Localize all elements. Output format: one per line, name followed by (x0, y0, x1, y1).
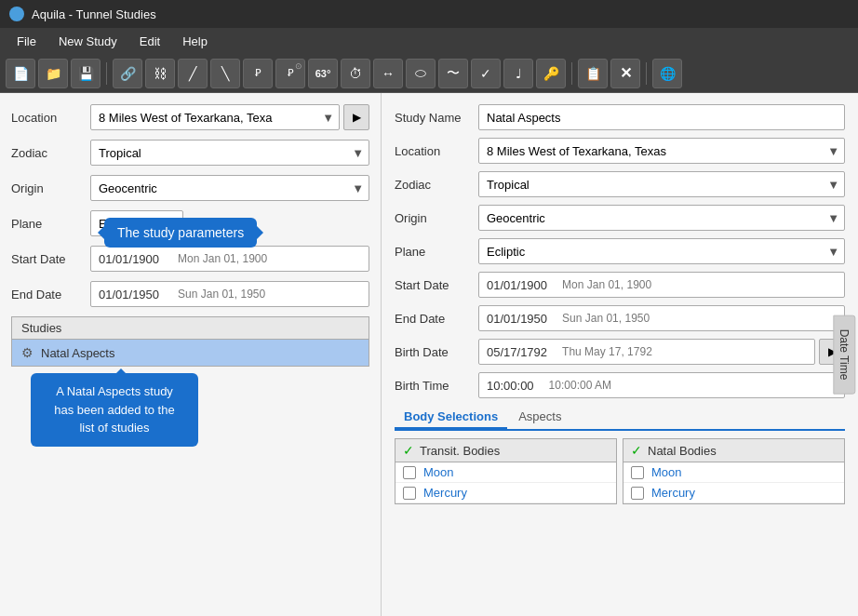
toolbar-degrees[interactable]: 63° (308, 59, 338, 88)
toolbar: 📄 📁 💾 🔗 ⛓ ╱ ╲ Ꝑ Ꝑ⊙ 63° ⏱ ↔ ⬭ 〜 ✓ ♩ 🔑 📋 ✕… (0, 54, 858, 93)
right-origin-select[interactable]: Geocentric (478, 205, 845, 231)
toolbar-draw2[interactable]: ╲ (210, 59, 240, 88)
left-startdate-display: Mon Jan 01, 1900 (178, 252, 267, 265)
toolbar-save[interactable]: 💾 (71, 59, 101, 88)
title-bar: Aquila - Tunnel Studies (0, 0, 858, 28)
left-enddate-label: End Date (11, 288, 90, 301)
right-origin-label: Origin (395, 211, 478, 225)
tab-aspects[interactable]: Aspects (509, 406, 570, 429)
right-plane-label: Plane (395, 245, 478, 259)
toolbar-link1[interactable]: 🔗 (113, 59, 142, 88)
toolbar-symbol2[interactable]: Ꝑ⊙ (275, 59, 305, 88)
date-time-side-tab[interactable]: Date Time (834, 315, 856, 395)
natal-mercury-checkbox[interactable] (631, 487, 644, 500)
right-birthdate-display: Thu May 17, 1792 (562, 345, 652, 358)
toolbar-new-doc[interactable]: 📄 (6, 59, 35, 88)
toolbar-open[interactable]: 📁 (38, 59, 68, 88)
natal-moon-name: Moon (651, 465, 682, 479)
studies-header: Studies (12, 317, 369, 340)
left-startdate-row: Start Date 01/01/1900 Mon Jan 01, 1900 (11, 246, 369, 272)
left-location-row: Location 8 Miles West of Texarkana, Texa… (11, 104, 369, 130)
right-birthtime-row: Birth Time 10:00:00 10:00:00 AM (395, 372, 845, 398)
toolbar-clipboard[interactable]: 📋 (578, 59, 608, 88)
natal-moon-checkbox[interactable] (631, 466, 644, 479)
tab-body-selections[interactable]: Body Selections (395, 406, 507, 429)
right-zodiac-select[interactable]: Tropical (478, 171, 845, 197)
toolbar-check[interactable]: ✓ (471, 59, 501, 88)
menu-file[interactable]: File (7, 31, 46, 52)
left-enddate-display: Sun Jan 01, 1950 (178, 288, 265, 301)
left-location-nav-btn[interactable]: ▶ (343, 104, 369, 130)
left-startdate-label: Start Date (11, 252, 90, 266)
app-title: Aquila - Tunnel Studies (32, 7, 156, 21)
natal-bodies-table: ✓ Natal Bodies Moon Mercury (623, 438, 845, 504)
body-tables: ✓ Transit. Bodies Moon Mercury ✓ Natal B… (395, 438, 845, 504)
toolbar-key[interactable]: 🔑 (536, 59, 566, 88)
left-panel: Location 8 Miles West of Texarkana, Texa… (0, 93, 382, 616)
transit-bodies-header: ✓ Transit. Bodies (395, 439, 616, 462)
transit-mercury-row: Mercury (395, 483, 616, 503)
left-plane-row: Plane The study parameters (11, 210, 369, 236)
transit-moon-name: Moon (423, 465, 454, 479)
toolbar-bidir[interactable]: ↔ (373, 59, 403, 88)
right-enddate-row: End Date 01/01/1950 Sun Jan 01, 1950 (395, 305, 845, 331)
menu-new-study[interactable]: New Study (49, 31, 127, 52)
right-zodiac-row: Zodiac Tropical ▼ (395, 171, 845, 197)
toolbar-draw1[interactable]: ╱ (178, 59, 208, 88)
right-startdate-value: 01/01/1900 (487, 278, 547, 292)
natal-mercury-row: Mercury (623, 483, 844, 503)
toolbar-clef[interactable]: ♩ (503, 59, 533, 88)
right-birthdate-label: Birth Date (395, 345, 478, 359)
toolbar-sep3 (646, 62, 647, 85)
right-birthdate-value: 05/17/1792 (487, 345, 547, 359)
transit-moon-row: Moon (395, 462, 616, 483)
natal-bodies-title: Natal Bodies (648, 444, 717, 458)
transit-mercury-checkbox[interactable] (403, 487, 416, 500)
right-birthdate-row: Birth Date 05/17/1792 Thu May 17, 1792 ▶ (395, 339, 845, 365)
toolbar-link2[interactable]: ⛓ (145, 59, 175, 88)
right-birthtime-display: 10:00:00 AM (549, 379, 611, 392)
toolbar-sep1 (106, 62, 107, 85)
transit-bodies-table: ✓ Transit. Bodies Moon Mercury (395, 438, 617, 504)
natal-mercury-name: Mercury (651, 486, 695, 500)
left-origin-label: Origin (11, 181, 90, 195)
left-location-label: Location (11, 111, 90, 125)
toolbar-globe[interactable]: 🌐 (652, 59, 682, 88)
natal-check-icon: ✓ (631, 443, 642, 458)
transit-moon-checkbox[interactable] (403, 466, 416, 479)
right-zodiac-label: Zodiac (395, 178, 478, 192)
right-location-select[interactable]: 8 Miles West of Texarkana, Texas (478, 138, 845, 164)
menu-edit[interactable]: Edit (130, 31, 169, 52)
main-content: Location 8 Miles West of Texarkana, Texa… (0, 93, 858, 616)
toolbar-oval[interactable]: ⬭ (406, 59, 436, 88)
study-natal-aspects[interactable]: ⚙ Natal Aspects (12, 340, 369, 366)
right-birthtime-value: 10:00:00 (487, 379, 534, 393)
right-plane-row: Plane Ecliptic ▼ (395, 238, 845, 264)
left-startdate-value: 01/01/1900 (99, 252, 159, 266)
left-location-select[interactable]: 8 Miles West of Texarkana, Texa (90, 104, 340, 130)
toolbar-symbol1[interactable]: Ꝑ (243, 59, 273, 88)
toolbar-timer[interactable]: ⏱ (341, 59, 370, 88)
right-enddate-value: 01/01/1950 (487, 312, 547, 326)
toolbar-close-x[interactable]: ✕ (610, 59, 640, 88)
right-enddate-label: End Date (395, 312, 478, 326)
app-icon (9, 7, 24, 21)
left-zodiac-select[interactable]: Tropical (90, 140, 369, 166)
menu-help[interactable]: Help (173, 31, 217, 52)
natal-moon-row: Moon (623, 462, 844, 483)
toolbar-sep2 (571, 62, 572, 85)
toolbar-wave[interactable]: 〜 (438, 59, 468, 88)
left-zodiac-label: Zodiac (11, 146, 90, 160)
right-startdate-row: Start Date 01/01/1900 Mon Jan 01, 1900 (395, 272, 845, 298)
left-enddate-row: End Date 01/01/1950 Sun Jan 01, 1950 (11, 281, 369, 307)
study-added-tooltip: A Natal Aspects study has been added to … (31, 373, 198, 447)
left-origin-select[interactable]: Geocentric (90, 175, 369, 201)
right-studyname-input[interactable] (478, 104, 845, 130)
study-item-icon: ⚙ (21, 345, 34, 360)
right-location-row: Location 8 Miles West of Texarkana, Texa… (395, 138, 845, 164)
left-enddate-value: 01/01/1950 (99, 288, 159, 301)
right-plane-select[interactable]: Ecliptic (478, 238, 845, 264)
natal-bodies-header: ✓ Natal Bodies (623, 439, 844, 462)
right-enddate-display: Sun Jan 01, 1950 (562, 312, 650, 325)
menu-bar: File New Study Edit Help (0, 28, 858, 54)
